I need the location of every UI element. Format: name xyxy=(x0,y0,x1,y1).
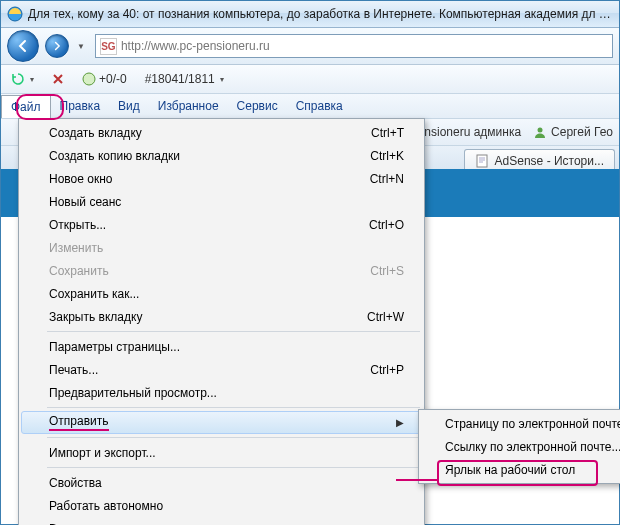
svg-rect-4 xyxy=(477,155,487,167)
menu-edit[interactable]: Правка xyxy=(51,94,110,118)
file-menu-item[interactable]: Работать автономно xyxy=(21,494,422,517)
menu-file[interactable]: Файл xyxy=(1,95,51,118)
send-submenu: Страницу по электронной почте...Ссылку п… xyxy=(418,409,620,484)
menu-view[interactable]: Вид xyxy=(109,94,149,118)
file-menu-item[interactable]: Предварительный просмотр... xyxy=(21,381,422,404)
counter-text: #18041/1811 xyxy=(145,72,215,86)
file-menu-dropdown: Создать вкладкуCtrl+TСоздать копию вклад… xyxy=(18,118,425,525)
stop-button[interactable] xyxy=(48,71,68,87)
file-menu-item[interactable]: Импорт и экспорт... xyxy=(21,441,422,464)
svg-point-3 xyxy=(538,128,543,133)
ie-icon xyxy=(7,6,23,22)
titlebar: Для тех, кому за 40: от познания компьют… xyxy=(1,1,619,28)
menu-tools[interactable]: Сервис xyxy=(228,94,287,118)
file-menu-item[interactable]: Сохранить как... xyxy=(21,282,422,305)
menu-favorites[interactable]: Избранное xyxy=(149,94,228,118)
site-favicon: SG xyxy=(100,38,117,55)
file-menu-item[interactable]: Печать...Ctrl+P xyxy=(21,358,422,381)
file-menu-item: СохранитьCtrl+S xyxy=(21,259,422,282)
file-menu-item[interactable]: Открыть...Ctrl+O xyxy=(21,213,422,236)
send-submenu-item[interactable]: Страницу по электронной почте... xyxy=(421,412,620,435)
tab-label: AdSense - Истори... xyxy=(495,154,604,168)
file-menu-item[interactable]: Новое окноCtrl+N xyxy=(21,167,422,190)
secondary-toolbar: ▾ +0/-0 #18041/1811 ▾ xyxy=(1,65,619,94)
file-menu-item: Изменить xyxy=(21,236,422,259)
navbar: ▼ SG http://www.pc-pensioneru.ru xyxy=(1,28,619,65)
app-window: Для тех, кому за 40: от познания компьют… xyxy=(0,0,620,525)
file-menu-item[interactable]: Выход xyxy=(21,517,422,525)
send-submenu-item[interactable]: Ярлык на рабочий стол xyxy=(421,458,620,481)
reload-button[interactable]: ▾ xyxy=(7,70,38,88)
file-menu-item[interactable]: Новый сеанс xyxy=(21,190,422,213)
back-button[interactable] xyxy=(7,30,39,62)
address-text: http://www.pc-pensioneru.ru xyxy=(121,39,270,53)
counter-indicator[interactable]: #18041/1811 ▾ xyxy=(141,70,228,88)
annotation-arrow-line xyxy=(396,479,438,481)
file-menu-item[interactable]: Отправить▶ xyxy=(21,411,422,434)
favlink-label: Сергей Гео xyxy=(551,125,613,139)
menubar: Файл Правка Вид Избранное Сервис Справка xyxy=(1,94,619,119)
file-menu-item[interactable]: Создать вкладкуCtrl+T xyxy=(21,121,422,144)
address-bar[interactable]: SG http://www.pc-pensioneru.ru xyxy=(95,34,613,58)
zoom-text: +0/-0 xyxy=(99,72,127,86)
forward-button[interactable] xyxy=(45,34,69,58)
favlink-user[interactable]: Сергей Гео xyxy=(533,125,613,139)
nav-history-dropdown[interactable]: ▼ xyxy=(77,42,85,51)
window-title: Для тех, кому за 40: от познания компьют… xyxy=(28,7,613,21)
file-menu-item[interactable]: Создать копию вкладкиCtrl+K xyxy=(21,144,422,167)
menu-help[interactable]: Справка xyxy=(287,94,352,118)
page-icon xyxy=(475,154,489,168)
file-menu-item[interactable]: Параметры страницы... xyxy=(21,335,422,358)
file-menu-item[interactable]: Закрыть вкладкуCtrl+W xyxy=(21,305,422,328)
file-menu-item[interactable]: Свойства xyxy=(21,471,422,494)
send-submenu-item[interactable]: Ссылку по электронной почте... xyxy=(421,435,620,458)
svg-point-2 xyxy=(83,73,95,85)
zoom-indicator[interactable]: +0/-0 xyxy=(78,70,131,88)
